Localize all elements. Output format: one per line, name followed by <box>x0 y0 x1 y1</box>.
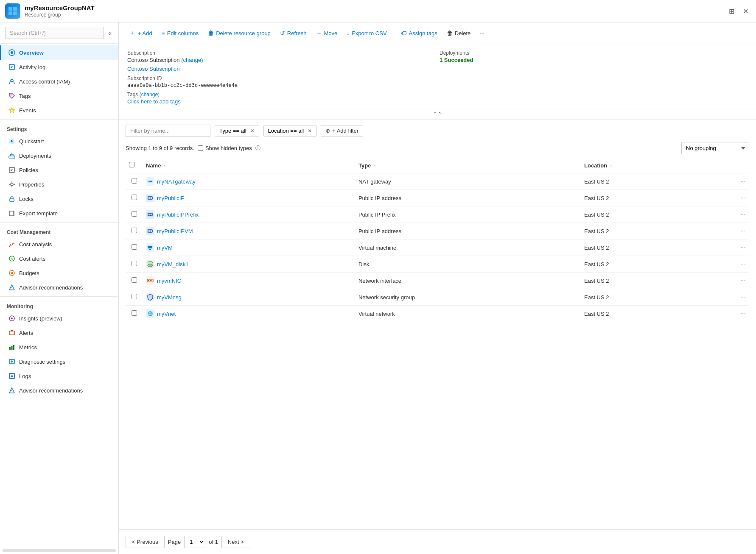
header-type[interactable]: Type ↕ <box>355 158 581 173</box>
sidebar-item-metrics[interactable]: Metrics <box>0 340 118 354</box>
next-button[interactable]: Next > <box>221 536 250 548</box>
header-location[interactable]: Location ↕ <box>581 158 705 173</box>
info-section: Subscription Contoso Subscription (chang… <box>119 44 756 109</box>
row-actions-cell[interactable]: ··· <box>705 190 749 206</box>
name-filter-input[interactable] <box>126 125 210 137</box>
resource-group-type: Resource group <box>25 12 61 18</box>
row-checkbox[interactable] <box>132 195 137 200</box>
deployments-link[interactable]: 1 Succeeded <box>440 57 473 63</box>
resource-link[interactable]: myVM <box>146 243 352 252</box>
subscription-name: Contoso Subscription <box>127 66 435 72</box>
resource-link[interactable]: myvmNIC <box>146 276 352 285</box>
delete-button[interactable]: 🗑 Delete <box>442 27 475 39</box>
sidebar-item-properties[interactable]: Properties <box>0 177 118 192</box>
row-checkbox[interactable] <box>132 261 137 266</box>
sidebar-item-tags[interactable]: Tags <box>0 89 118 103</box>
add-tags-link[interactable]: Click here to add tags <box>127 98 181 105</box>
row-actions-cell[interactable]: ··· <box>705 173 749 190</box>
assign-tags-button[interactable]: 🏷 Assign tags <box>397 27 442 39</box>
resource-link[interactable]: myVM_disk1 <box>146 260 352 268</box>
type-filter-close[interactable]: ✕ <box>250 128 255 134</box>
move-button[interactable]: → Move <box>311 27 342 39</box>
location-filter-close[interactable]: ✕ <box>308 128 312 134</box>
resource-link[interactable]: myVnet <box>146 309 352 318</box>
more-button[interactable]: ··· <box>476 28 489 39</box>
row-actions-cell[interactable]: ··· <box>705 223 749 239</box>
resource-link[interactable]: myPublicIP <box>146 194 352 202</box>
help-icon[interactable]: ⓘ <box>255 145 260 152</box>
subscription-change-link[interactable]: (change) <box>181 57 203 63</box>
row-actions-cell[interactable]: ··· <box>705 256 749 273</box>
sidebar-item-quickstart[interactable]: Quickstart <box>0 134 118 148</box>
table-row: myNATgateway NAT gateway East US 2 ··· <box>126 173 749 190</box>
sidebar-item-budgets[interactable]: Budgets <box>0 266 118 280</box>
svg-rect-40 <box>9 373 14 379</box>
sidebar-item-locks[interactable]: Locks <box>0 192 118 206</box>
search-input[interactable] <box>5 27 104 39</box>
delete-group-button[interactable]: 🗑 Delete resource group <box>204 27 275 39</box>
sidebar-item-deployments[interactable]: Deployments <box>0 148 118 163</box>
collapse-button[interactable]: « <box>106 29 113 37</box>
export-csv-button[interactable]: ↓ Export to CSV <box>342 27 391 39</box>
sidebar-item-activity-log[interactable]: Activity log <box>0 60 118 74</box>
sidebar-item-overview[interactable]: Overview <box>0 45 118 60</box>
previous-button[interactable]: < Previous <box>126 536 165 548</box>
sidebar-item-iam[interactable]: Access control (IAM) <box>0 74 118 89</box>
row-checkbox[interactable] <box>132 228 137 233</box>
edit-columns-button[interactable]: ≡ Edit columns <box>157 27 203 39</box>
resource-link[interactable]: myPublicIPVM <box>146 227 352 235</box>
cost-section-label: Cost Management <box>0 224 118 237</box>
sidebar-item-diagnostic[interactable]: Diagnostic settings <box>0 354 118 369</box>
activity-icon <box>8 63 16 71</box>
refresh-button[interactable]: ↺ Refresh <box>276 27 311 39</box>
sidebar-item-alerts[interactable]: Alerts <box>0 326 118 340</box>
resource-link[interactable]: myVMnsg <box>146 293 352 301</box>
row-actions-cell[interactable]: ··· <box>705 239 749 256</box>
sidebar-item-logs[interactable]: Logs <box>0 369 118 383</box>
deployments-label: Deployments <box>19 153 51 159</box>
row-checkbox-cell <box>126 273 143 289</box>
show-hidden-label[interactable]: Show hidden types <box>198 145 252 151</box>
row-checkbox[interactable] <box>132 211 137 217</box>
row-actions-cell[interactable]: ··· <box>705 273 749 289</box>
svg-point-26 <box>9 270 14 276</box>
sidebar-item-advisor-cost[interactable]: Advisor recommendations <box>0 280 118 295</box>
header-name[interactable]: Name ↕ <box>143 158 355 173</box>
row-actions-cell[interactable]: ··· <box>705 289 749 306</box>
close-button[interactable]: ✕ <box>740 6 751 17</box>
sidebar-item-advisor-monitoring[interactable]: Advisor recommendations <box>0 383 118 398</box>
grouping-select[interactable]: No grouping Resource type Location Tag <box>681 142 749 154</box>
sidebar-item-cost-analysis[interactable]: Cost analysis <box>0 237 118 251</box>
location-filter-tag[interactable]: Location == all ✕ <box>263 125 317 136</box>
add-button[interactable]: ＋ + Add <box>126 27 157 39</box>
type-filter-tag[interactable]: Type == all ✕ <box>215 125 259 136</box>
resource-link[interactable]: myNATgateway <box>146 177 352 186</box>
pin-button[interactable]: ⊞ <box>726 6 737 17</box>
sidebar-item-policies[interactable]: Policies <box>0 163 118 177</box>
sidebar-scrollbar[interactable] <box>3 549 116 552</box>
show-hidden-checkbox[interactable] <box>198 145 203 151</box>
cost-alerts-icon: $ <box>8 255 16 262</box>
sidebar-item-export-template[interactable]: Export template <box>0 206 118 220</box>
sidebar-item-cost-alerts[interactable]: $ Cost alerts <box>0 251 118 266</box>
row-checkbox[interactable] <box>132 178 137 184</box>
row-type: Virtual machine <box>355 239 581 256</box>
collapse-info-button[interactable]: ⌃⌃ <box>119 109 756 120</box>
row-checkbox-cell <box>126 173 143 190</box>
tags-change-link[interactable]: (change) <box>140 92 160 97</box>
row-checkbox[interactable] <box>132 277 137 283</box>
select-all-checkbox[interactable] <box>129 162 134 167</box>
sidebar-item-insights[interactable]: Insights (preview) <box>0 311 118 326</box>
row-actions-cell[interactable]: ··· <box>705 206 749 223</box>
add-filter-button[interactable]: ⊕ + Add filter <box>321 125 363 136</box>
svg-rect-33 <box>11 330 13 331</box>
sidebar-item-events[interactable]: Events <box>0 103 118 117</box>
resource-link[interactable]: myPublicIPPrefix <box>146 210 352 219</box>
page-select[interactable]: 1 <box>184 536 205 548</box>
of-label: of 1 <box>209 539 218 545</box>
row-checkbox[interactable] <box>132 294 137 299</box>
row-actions-cell[interactable]: ··· <box>705 306 749 322</box>
row-checkbox[interactable] <box>132 244 137 250</box>
row-checkbox[interactable] <box>132 310 137 316</box>
subscription-name-link[interactable]: Contoso Subscription <box>127 66 180 72</box>
